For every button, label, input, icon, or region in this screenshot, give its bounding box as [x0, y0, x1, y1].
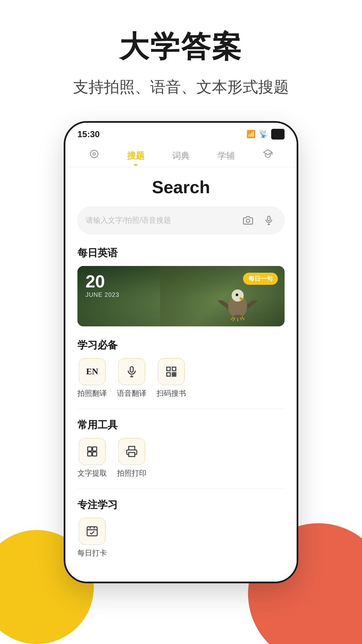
focus-study-grid: 每日打卡	[77, 518, 285, 558]
svg-point-1	[93, 153, 96, 155]
mic-search-button[interactable]	[261, 213, 276, 228]
divider-2	[77, 488, 285, 489]
home-icon	[89, 149, 99, 161]
svg-rect-11	[130, 367, 133, 372]
search-input-placeholder: 请输入文字/拍照/语音搜题	[86, 215, 241, 225]
svg-point-0	[90, 150, 98, 158]
app-subtitle: 支持拍照、语音、文本形式搜题	[73, 77, 289, 98]
photo-print-icon-box	[118, 438, 145, 465]
text-extract-label: 文字提取	[77, 468, 107, 478]
svg-rect-28	[87, 527, 97, 536]
daily-english-title: 每日英语	[77, 246, 285, 260]
camera-search-button[interactable]	[241, 213, 255, 228]
tab-search[interactable]: 搜题	[120, 147, 151, 166]
tab-graduation[interactable]	[256, 146, 280, 167]
daily-english-card[interactable]: 20 JUNE 2023 每日一句	[77, 266, 285, 326]
daily-checkin-icon-box	[79, 518, 106, 545]
tool-text-extract[interactable]: 文字提取	[77, 438, 107, 478]
svg-rect-24	[93, 452, 97, 456]
phone-mockup: 15:30 📶 📡 57 搜题 词典	[64, 121, 298, 583]
tab-dict[interactable]: 词典	[166, 147, 196, 166]
svg-rect-21	[88, 447, 92, 451]
wifi-icon: 📡	[259, 130, 268, 139]
svg-rect-20	[174, 375, 176, 376]
signal-icon: 📶	[246, 130, 255, 139]
text-extract-icon-box	[79, 438, 106, 465]
battery-indicator: 57	[271, 129, 285, 140]
en-icon: EN	[86, 367, 98, 377]
scan-search-label: 扫码搜书	[157, 388, 186, 398]
nav-tabs: 搜题 词典 学辅	[65, 142, 297, 167]
tab-dict-label: 词典	[172, 150, 190, 162]
search-bar[interactable]: 请输入文字/拍照/语音搜题	[77, 207, 285, 234]
voice-translate-icon-box	[118, 358, 145, 385]
tab-study-label: 学辅	[218, 150, 235, 162]
scan-search-icon-box	[158, 358, 185, 385]
common-tools-grid: 文字提取 拍照打印	[77, 438, 285, 478]
tool-voice-translate[interactable]: 语音翻译	[117, 358, 146, 398]
text-extract-icon	[86, 445, 98, 458]
eagle-illustration	[211, 279, 264, 323]
status-bar: 15:30 📶 📡 57	[65, 123, 297, 142]
tab-search-label: 搜题	[127, 150, 144, 162]
svg-rect-27	[129, 452, 135, 457]
app-title: 大学答案	[119, 27, 243, 67]
learning-tools-grid: EN 拍照翻译 语音翻译	[77, 358, 285, 398]
photo-print-label: 拍照打印	[117, 468, 146, 478]
svg-rect-19	[172, 375, 174, 376]
svg-rect-4	[267, 216, 270, 221]
tab-home[interactable]	[82, 146, 106, 167]
svg-rect-16	[167, 373, 171, 376]
svg-rect-22	[93, 447, 97, 451]
learning-tools-title: 学习必备	[77, 338, 285, 352]
svg-rect-18	[174, 373, 176, 374]
tool-daily-checkin[interactable]: 每日打卡	[77, 518, 107, 558]
voice-translate-label: 语音翻译	[117, 388, 146, 398]
focus-study-title: 专注学习	[77, 498, 285, 512]
search-bar-icons	[241, 213, 276, 228]
status-time: 15:30	[77, 129, 100, 140]
photo-translate-icon-box: EN	[79, 358, 106, 385]
search-heading: Search	[77, 177, 285, 197]
svg-rect-15	[172, 367, 176, 371]
common-tools-title: 常用工具	[77, 418, 285, 432]
svg-rect-17	[172, 373, 174, 374]
svg-point-10	[236, 294, 238, 296]
divider-1	[77, 409, 285, 409]
status-icons: 📶 📡 57	[246, 129, 285, 140]
phone-content: Search 请输入文字/拍照/语音搜题	[65, 167, 297, 582]
checkin-icon	[86, 525, 98, 537]
svg-rect-23	[88, 452, 92, 456]
printer-icon	[126, 445, 138, 458]
daily-checkin-label: 每日打卡	[77, 548, 107, 558]
tab-study[interactable]: 学辅	[211, 147, 242, 166]
qr-icon	[165, 366, 177, 378]
svg-rect-14	[167, 367, 171, 371]
tool-photo-print[interactable]: 拍照打印	[117, 438, 146, 478]
svg-point-3	[246, 219, 250, 222]
tool-scan-search[interactable]: 扫码搜书	[157, 358, 186, 398]
tool-photo-translate[interactable]: EN 拍照翻译	[77, 358, 107, 398]
graduation-icon	[263, 149, 273, 161]
mic-icon	[126, 366, 138, 378]
photo-translate-label: 拍照翻译	[77, 388, 107, 398]
